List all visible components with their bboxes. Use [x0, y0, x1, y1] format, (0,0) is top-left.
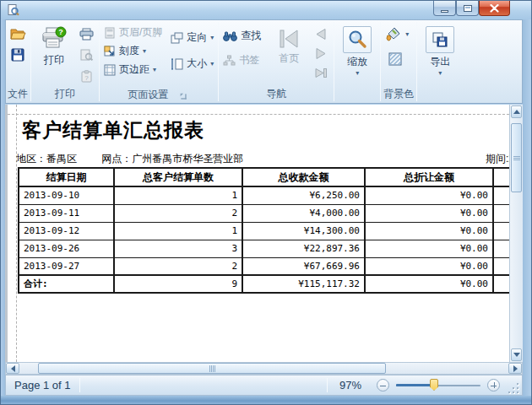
print-group: ? 打印 ? 打印: [32, 20, 98, 103]
background-color-group: ▾ 背景色: [382, 20, 415, 103]
margins-icon: [104, 64, 116, 76]
file-group: 文件: [6, 20, 30, 103]
scroll-left-button[interactable]: [6, 363, 19, 374]
total-count: 9: [114, 275, 242, 293]
orientation-button[interactable]: 定向 ▾: [169, 30, 215, 46]
cell-count: 2: [114, 257, 242, 275]
horizontal-scrollbar-thumb[interactable]: [38, 363, 386, 374]
table-header-row: 结算日期 总客户结算单数 总收款金额 总折让金额: [19, 168, 509, 186]
clipboard-icon: ?: [81, 70, 92, 83]
group-separator: [334, 22, 334, 101]
chevron-down-icon: ▾: [210, 62, 214, 67]
group-separator: [218, 22, 219, 101]
cell-date: 2013-09-11: [19, 204, 114, 222]
scroll-up-icon: [513, 110, 520, 114]
scale-button[interactable]: 刻度 ▾: [102, 43, 164, 59]
zoom-slider[interactable]: [396, 379, 480, 392]
cell-discount: ¥0.00: [365, 186, 493, 204]
scroll-left-icon: [11, 365, 15, 372]
first-page-button: 首页: [269, 23, 309, 66]
col-header-discount: 总折让金额: [365, 168, 493, 186]
group-separator: [380, 22, 381, 101]
find-button[interactable]: 查找: [221, 28, 263, 44]
minimize-button[interactable]: [433, 1, 456, 16]
cell-count: 1: [114, 222, 242, 240]
report-table: 结算日期 总客户结算单数 总收款金额 总折让金额 2013-09-10 1 ¥6…: [18, 167, 509, 294]
document-preview-area: 客户结算单汇总报表 地区：番禺区 网点：广州番禺市桥华圣营业部 期间:2 结算日…: [5, 105, 523, 362]
zoom-group-label: [337, 87, 377, 103]
vertical-scrollbar-thumb[interactable]: [511, 123, 522, 192]
printer-settings-icon: [79, 49, 93, 61]
group-separator: [416, 22, 417, 101]
vertical-scrollbar[interactable]: [509, 105, 523, 362]
maximize-button[interactable]: [456, 1, 479, 16]
page-indicator: Page 1 of 1: [6, 379, 79, 392]
export-group: 导出 ▾: [418, 20, 462, 103]
zoom-in-button[interactable]: [487, 379, 500, 392]
background-color-group-label: 背景色: [383, 87, 414, 103]
minus-icon: [380, 386, 386, 387]
cell-count: 3: [114, 240, 242, 257]
report-region: 地区：番禺区: [16, 153, 77, 165]
background-color-button[interactable]: ▾: [383, 26, 410, 43]
bookmark-tree-icon: [223, 55, 236, 66]
margins-button[interactable]: 页边距 ▾: [102, 62, 164, 78]
cell-count: 1: [114, 186, 242, 204]
dialog-launcher-icon[interactable]: [182, 94, 187, 99]
scroll-right-button[interactable]: [508, 363, 522, 374]
col-header-received: 总收款金额: [242, 168, 365, 186]
group-separator: [30, 22, 31, 101]
scroll-right-icon: [513, 365, 518, 372]
navigation-group-label: 导航: [221, 87, 331, 103]
quick-print-button[interactable]: [76, 24, 96, 43]
first-page-label: 首页: [279, 51, 299, 66]
size-label: 大小: [187, 57, 207, 71]
paint-bucket-icon: [385, 27, 402, 42]
zoom-button[interactable]: 缩放 ▾: [337, 23, 377, 76]
print-button[interactable]: ? 打印: [34, 23, 74, 68]
titlebar[interactable]: [1, 1, 531, 19]
binoculars-icon: [223, 31, 237, 41]
window-bottom-border: [1, 396, 531, 404]
find-label: 查找: [241, 29, 261, 43]
save-button[interactable]: [8, 46, 28, 64]
cell-extra: [493, 204, 509, 222]
close-button[interactable]: [479, 1, 510, 16]
scroll-up-button[interactable]: [511, 105, 522, 118]
zoom-slider-thumb[interactable]: [430, 379, 438, 391]
header-footer-icon: [104, 27, 116, 39]
printer-icon: ?: [41, 26, 68, 51]
cell-received: ¥14,300.00: [242, 222, 365, 240]
window-right-border: [523, 19, 531, 404]
chevron-down-icon: ▾: [405, 32, 409, 37]
scale-label: 刻度: [119, 44, 139, 58]
horizontal-scrollbar[interactable]: [5, 362, 523, 375]
resize-grip[interactable]: [508, 383, 518, 393]
next-page-button: [311, 44, 331, 62]
left-margin-guide: [16, 105, 17, 362]
size-button[interactable]: 大小 ▾: [169, 56, 215, 72]
chevron-down-icon: ▾: [438, 71, 442, 76]
margins-label: 页边距: [119, 62, 149, 77]
export-icon: [431, 30, 449, 49]
window-left-border: [1, 19, 5, 404]
status-bar: Page 1 of 1 97%: [5, 375, 523, 396]
export-button[interactable]: 导出 ▾: [420, 23, 460, 76]
cell-received: ¥6,250.00: [242, 186, 365, 204]
zoom-out-button[interactable]: [377, 379, 389, 392]
cell-received: ¥67,669.96: [242, 257, 365, 275]
print-button-label: 打印: [44, 53, 64, 68]
print-preview-window: 文件 ? 打印 ?: [0, 0, 532, 405]
cell-count: 2: [114, 204, 242, 222]
open-file-button[interactable]: [8, 24, 28, 43]
first-page-icon: [278, 28, 300, 50]
watermark-button[interactable]: [385, 50, 405, 68]
scroll-down-button[interactable]: [511, 348, 522, 361]
zoom-group: 缩放 ▾: [335, 20, 379, 103]
report-title: 客户结算单汇总报表: [22, 117, 204, 143]
cell-date: 2013-09-12: [19, 222, 114, 240]
previous-page-button: [311, 24, 331, 43]
cell-extra: [493, 257, 509, 275]
report-branch: 网点：广州番禺市桥华圣营业部: [101, 153, 243, 165]
export-button-label: 导出: [430, 55, 450, 69]
